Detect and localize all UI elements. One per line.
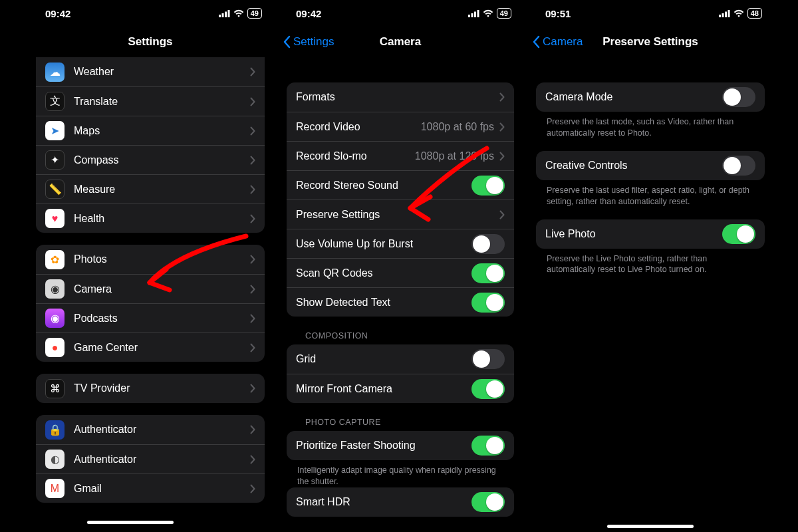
row-label: Smart HDR: [296, 496, 471, 508]
settings-row-formats[interactable]: Formats: [287, 82, 514, 112]
settings-row-faster[interactable]: Prioritize Faster Shooting: [287, 431, 514, 460]
toggle-switch[interactable]: [471, 234, 505, 254]
row-label: Record Slo-mo: [296, 150, 415, 162]
svg-rect-10: [725, 11, 727, 17]
settings-group: ⌘TV Provider: [36, 374, 265, 403]
settings-row-auth2[interactable]: ◐Authenticator: [36, 444, 265, 473]
photos-icon: ✿: [45, 250, 65, 269]
toggle-switch[interactable]: [722, 156, 755, 176]
settings-row-stereo[interactable]: Record Stereo Sound: [287, 170, 514, 200]
settings-row-compass[interactable]: ✦Compass: [36, 145, 265, 174]
row-label: Mirror Front Camera: [296, 383, 471, 395]
settings-row-grid[interactable]: Grid: [287, 344, 514, 374]
settings-row-health[interactable]: ♥Health: [36, 203, 265, 233]
row-label: Formats: [296, 91, 499, 103]
settings-group: Camera Mode: [536, 82, 765, 112]
settings-row-measure[interactable]: 📏Measure: [36, 174, 265, 203]
chevron-right-icon: [250, 484, 255, 493]
settings-group: Live Photo: [536, 219, 765, 249]
row-label: Podcasts: [74, 313, 250, 325]
settings-row-creative[interactable]: Creative Controls: [536, 151, 765, 180]
settings-row-weather[interactable]: ☁︎Weather: [36, 57, 265, 86]
svg-rect-9: [722, 13, 724, 17]
settings-row-photos[interactable]: ✿Photos: [36, 245, 265, 274]
home-indicator[interactable]: [607, 525, 694, 528]
row-label: Creative Controls: [545, 160, 722, 172]
settings-list[interactable]: ☁︎Weather文Translate➤Maps✦Compass📏Measure…: [27, 57, 274, 503]
cellular-icon: [719, 10, 730, 17]
settings-group: ✿Photos◉Camera◉Podcasts●Game Center: [36, 245, 265, 362]
settings-row-camera[interactable]: ◉Camera: [36, 274, 265, 303]
page-title: Settings: [128, 35, 172, 49]
settings-row-qr[interactable]: Scan QR Codes: [287, 258, 514, 287]
status-icons: 49: [468, 8, 511, 19]
chevron-right-icon: [250, 67, 255, 76]
section-header: PHOTO CAPTURE: [287, 403, 514, 431]
settings-row-auth1[interactable]: 🔒Authenticator: [36, 415, 265, 444]
svg-rect-0: [219, 15, 221, 17]
row-label: Translate: [74, 96, 250, 108]
row-label: Scan QR Codes: [296, 267, 471, 279]
svg-rect-5: [471, 13, 473, 17]
svg-rect-8: [719, 15, 721, 17]
section-footer: Preserve the Live Photo setting, rather …: [536, 249, 765, 276]
back-button[interactable]: Settings: [283, 27, 334, 57]
chevron-left-icon: [283, 35, 291, 49]
toggle-switch[interactable]: [471, 263, 505, 283]
toggle-switch[interactable]: [722, 224, 755, 244]
preserve-settings-list[interactable]: Camera ModePreserve the last mode, such …: [527, 57, 774, 275]
settings-row-record-video[interactable]: Record Video1080p at 60 fps: [287, 112, 514, 141]
row-label: Grid: [296, 353, 471, 365]
settings-group: GridMirror Front Camera: [287, 344, 514, 403]
settings-row-gamecenter[interactable]: ●Game Center: [36, 332, 265, 362]
settings-row-gmail[interactable]: MGmail: [36, 473, 265, 503]
settings-row-preserve[interactable]: Preserve Settings: [287, 200, 514, 229]
chevron-right-icon: [499, 122, 505, 132]
settings-row-podcasts[interactable]: ◉Podcasts: [36, 303, 265, 332]
settings-row-hdr[interactable]: Smart HDR: [287, 487, 514, 517]
compass-icon: ✦: [45, 150, 65, 170]
section-footer: Intelligently adapt image quality when r…: [287, 460, 514, 487]
settings-row-camera-mode[interactable]: Camera Mode: [536, 82, 765, 112]
toggle-switch[interactable]: [471, 436, 505, 456]
chevron-right-icon: [250, 343, 255, 352]
svg-rect-2: [225, 11, 227, 17]
battery-icon: 49: [247, 8, 262, 19]
status-bar: 09:42 49: [27, 0, 274, 27]
settings-row-detected[interactable]: Show Detected Text: [287, 287, 514, 317]
page-title: Camera: [380, 35, 421, 49]
status-icons: 49: [219, 8, 262, 19]
row-label: Live Photo: [545, 228, 722, 240]
settings-group: Smart HDR: [287, 487, 514, 517]
settings-row-maps[interactable]: ➤Maps: [36, 116, 265, 145]
home-indicator[interactable]: [87, 521, 174, 524]
row-label: Authenticator: [74, 454, 250, 466]
chevron-right-icon: [250, 255, 255, 264]
row-label: Photos: [74, 253, 250, 265]
battery-icon: 48: [747, 8, 762, 19]
toggle-switch[interactable]: [471, 293, 505, 313]
settings-row-translate[interactable]: 文Translate: [36, 86, 265, 116]
camera-settings-list[interactable]: FormatsRecord Video1080p at 60 fpsRecord…: [277, 57, 523, 517]
toggle-switch[interactable]: [471, 492, 505, 512]
screen-camera: 09:42 49 Settings Camera FormatsRecord V…: [277, 0, 523, 532]
settings-row-tvprovider[interactable]: ⌘TV Provider: [36, 374, 265, 403]
settings-row-mirror[interactable]: Mirror Front Camera: [287, 374, 514, 403]
svg-rect-11: [728, 10, 730, 17]
settings-row-livephoto[interactable]: Live Photo: [536, 219, 765, 249]
settings-row-record-slomo[interactable]: Record Slo-mo1080p at 120 fps: [287, 141, 514, 170]
wifi-icon: [483, 9, 493, 17]
back-button[interactable]: Camera: [532, 27, 583, 57]
settings-group: ☁︎Weather文Translate➤Maps✦Compass📏Measure…: [36, 57, 265, 233]
chevron-right-icon: [250, 97, 255, 106]
chevron-right-icon: [250, 285, 255, 294]
toggle-switch[interactable]: [471, 379, 505, 399]
chevron-right-icon: [250, 384, 255, 393]
chevron-right-icon: [499, 210, 505, 219]
toggle-switch[interactable]: [471, 349, 505, 369]
toggle-switch[interactable]: [722, 87, 755, 107]
toggle-switch[interactable]: [471, 176, 505, 196]
measure-icon: 📏: [45, 180, 65, 199]
settings-row-volburst[interactable]: Use Volume Up for Burst: [287, 229, 514, 258]
row-label: Camera Mode: [545, 91, 722, 103]
